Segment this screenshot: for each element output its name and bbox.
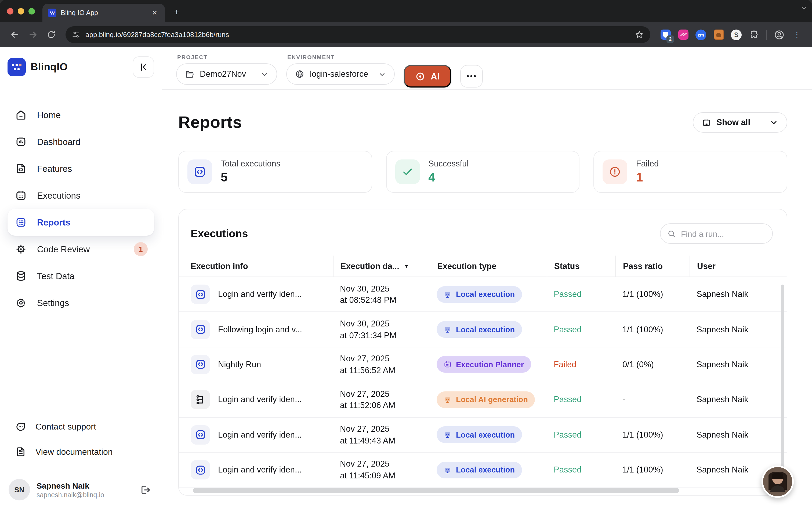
sidebar: BlinqIO Home Dashboard Features — [0, 47, 162, 509]
postman-extension-icon[interactable] — [713, 29, 724, 40]
support-agent-avatar[interactable] — [762, 466, 794, 498]
zoom-extension-icon[interactable]: zm — [696, 29, 706, 40]
sidebar-item-label: Home — [37, 110, 61, 120]
ai-record-button[interactable]: AI — [404, 65, 451, 88]
execution-date: Nov 27, 2025at 11:45:09 AM — [333, 458, 430, 482]
more-options-button[interactable] — [460, 65, 482, 88]
status-text: Passed — [547, 430, 615, 440]
search-input[interactable] — [681, 229, 766, 238]
environment-value: login-salesforce — [310, 69, 368, 79]
profile-icon[interactable] — [774, 29, 785, 40]
execution-name[interactable]: Nightly Run — [218, 360, 261, 369]
execution-type-badge: Local execution — [437, 462, 522, 478]
project-select[interactable]: Demo27Nov — [176, 63, 277, 85]
execution-name[interactable]: Following login and v... — [218, 325, 302, 334]
contact-support-link[interactable]: Contact support — [7, 414, 154, 439]
execution-name[interactable]: Login and verify iden... — [218, 465, 302, 475]
tab-favicon-icon — [48, 9, 57, 17]
environment-select[interactable]: login-salesforce — [286, 63, 395, 85]
execution-date: Nov 30, 2025at 08:52:48 PM — [333, 283, 430, 306]
sidebar-item-home[interactable]: Home — [7, 101, 154, 128]
table-row[interactable]: Login and verify iden... Nov 27, 2025at … — [179, 382, 787, 417]
new-tab-button[interactable]: + — [169, 5, 184, 20]
sidebar-item-code-review[interactable]: Code Review 1 — [7, 236, 154, 263]
stat-label: Successful — [428, 159, 469, 169]
user-name: Sapnesh Naik — [36, 481, 104, 490]
back-button[interactable] — [6, 27, 23, 43]
password-manager-extension-icon[interactable]: 2 — [660, 29, 671, 40]
tab-search-chevron-icon[interactable] — [800, 4, 808, 12]
browser-menu-icon[interactable]: ⋮ — [791, 29, 802, 40]
extensions-row: 2 𝄍𝄍 zm S ⋮ — [657, 29, 806, 40]
maximize-window-button[interactable] — [29, 8, 35, 14]
sidebar-item-executions[interactable]: Executions — [7, 182, 154, 209]
sidebar-item-settings[interactable]: Settings — [7, 290, 154, 316]
document-icon — [15, 446, 26, 457]
run-user: Sapnesh Naik — [689, 325, 787, 334]
url-text[interactable]: app.blinq.io/69287da8cc7fea3a10812b6b/ru… — [86, 31, 630, 39]
table-row[interactable]: Nightly Run Nov 27, 2025at 11:56:52 AM E… — [179, 347, 787, 382]
date-filter-button[interactable]: Show all — [693, 112, 787, 133]
minimize-window-button[interactable] — [18, 8, 24, 14]
sidebar-item-label: Reports — [37, 217, 71, 227]
status-text: Passed — [547, 325, 615, 334]
gear-icon — [15, 297, 27, 309]
search-icon — [667, 229, 676, 238]
logout-icon[interactable] — [140, 484, 151, 495]
robot-icon — [444, 466, 452, 474]
reports-icon — [15, 216, 27, 228]
stat-value: 4 — [428, 170, 469, 185]
robot-icon — [444, 396, 452, 404]
chevron-down-icon — [261, 70, 269, 78]
col-execution-date[interactable]: Execution da...▼ — [333, 256, 430, 276]
stat-card-successful: Successful 4 — [386, 151, 579, 193]
col-pass-ratio: Pass ratio — [615, 256, 689, 276]
folder-icon — [185, 69, 194, 79]
execution-name[interactable]: Login and verify iden... — [218, 290, 302, 299]
main-content: PROJECT Demo27Nov ENVIRONMENT login-sale… — [162, 47, 812, 509]
user-account-row[interactable]: SN Sapnesh Naik sapnesh.naik@blinq.io — [7, 477, 154, 500]
horizontal-scrollbar[interactable] — [193, 488, 679, 493]
browser-tab[interactable]: Blinq IO App ✕ — [42, 4, 165, 22]
table-row[interactable]: Login and verify iden... Nov 27, 2025at … — [179, 453, 787, 488]
table-row[interactable]: Login and verify iden... Nov 30, 2025at … — [179, 277, 787, 312]
sidebar-item-reports[interactable]: Reports — [7, 209, 154, 236]
chat-bubble-icon — [15, 421, 26, 432]
toolbar-divider — [766, 30, 767, 39]
pass-ratio: 1/1 (100%) — [615, 430, 689, 440]
sidebar-item-dashboard[interactable]: Dashboard — [7, 128, 154, 155]
vertical-scrollbar[interactable] — [781, 284, 784, 484]
extensions-puzzle-icon[interactable] — [749, 29, 759, 40]
sidebar-item-test-data[interactable]: Test Data — [7, 263, 154, 290]
bookmark-star-icon[interactable] — [635, 30, 644, 39]
chevron-down-icon — [770, 118, 778, 127]
forward-button[interactable] — [25, 27, 41, 43]
sort-desc-icon[interactable]: ▼ — [404, 263, 409, 269]
site-settings-icon[interactable] — [72, 31, 80, 39]
tab-close-icon[interactable]: ✕ — [150, 8, 160, 18]
execution-type-badge: Execution Planner — [437, 356, 531, 373]
execution-type-badge: Local execution — [437, 427, 522, 443]
pass-ratio: 1/1 (100%) — [615, 290, 689, 299]
tab-title: Blinq IO App — [61, 9, 145, 16]
record-icon — [415, 71, 425, 81]
table-row[interactable]: Following login and v... Nov 30, 2025at … — [179, 312, 787, 347]
reload-button[interactable] — [43, 27, 59, 43]
sidebar-item-features[interactable]: Features — [7, 155, 154, 182]
window-controls[interactable] — [0, 0, 42, 22]
executions-title: Executions — [191, 227, 248, 240]
view-documentation-link[interactable]: View documentation — [7, 439, 154, 465]
context-bar: PROJECT Demo27Nov ENVIRONMENT login-sale… — [162, 47, 812, 90]
address-bar[interactable]: app.blinq.io/69287da8cc7fea3a10812b6b/ru… — [66, 26, 650, 43]
table-row[interactable]: Login and verify iden... Nov 27, 2025at … — [179, 417, 787, 453]
pink-extension-icon[interactable]: 𝄍𝄍 — [678, 29, 688, 40]
close-window-button[interactable] — [7, 8, 13, 14]
search-run-box[interactable] — [660, 223, 773, 244]
chevron-down-icon — [378, 70, 386, 78]
project-label: PROJECT — [177, 54, 277, 60]
sidebar-collapse-button[interactable] — [133, 56, 154, 78]
execution-name[interactable]: Login and verify iden... — [218, 395, 302, 405]
s-extension-icon[interactable]: S — [731, 29, 742, 40]
execution-name[interactable]: Login and verify iden... — [218, 430, 302, 440]
environment-field: ENVIRONMENT login-salesforce — [286, 54, 395, 85]
